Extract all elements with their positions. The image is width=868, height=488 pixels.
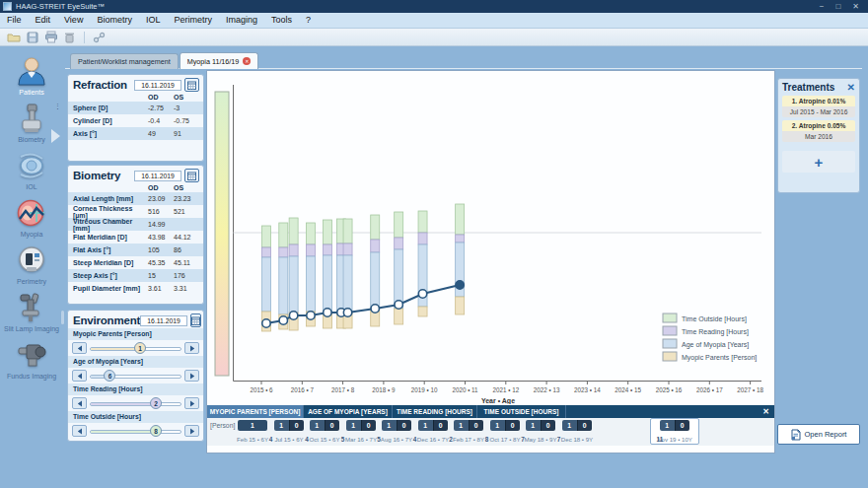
visit-date-label[interactable]: Oct 15 • 6Y [310,436,340,443]
visit-date-label[interactable]: Dec 18 • 9Y [561,436,593,443]
slider-increase-button[interactable] [184,397,199,409]
table-tab-age-of-myopia[interactable]: AGE OF MYOPIA [YEARS] [304,405,393,418]
biometry-date-field[interactable]: 16.11.2019 [134,171,181,181]
minimize-button[interactable]: − [820,0,825,13]
treatments-close-icon[interactable]: ✕ [847,82,855,93]
open-report-button[interactable]: Open Report [777,424,860,445]
sidebar-item-slit-lamp-imaging[interactable]: Slit Lamp Imaging [0,291,63,333]
visit-values-cell[interactable]: 10 [346,420,376,431]
visit-point[interactable] [418,290,426,298]
slider-decrease-button[interactable] [72,397,87,409]
menu-iol[interactable]: IOL [139,13,168,28]
tab-patient-worklist-management[interactable]: Patient/Worklist management [70,53,179,69]
menu-view[interactable]: View [57,13,90,28]
treatment-item[interactable]: 2. Atropine 0.05%Mar 2016 [782,120,855,142]
slider-decrease-button[interactable] [72,342,87,354]
table-tab-time-outside[interactable]: TIME OUTSIDE [HOURS] [477,405,566,418]
visit-date-label[interactable]: Jul 15 • 6Y [274,436,303,443]
os-value: 86 [174,246,199,253]
row-label: Axial Length [mm] [73,195,148,202]
tab-myopia-11-16-19[interactable]: Myopia 11/16/19✕ [180,52,259,69]
od-value: 1 [490,420,506,431]
slider-decrease-button[interactable] [72,425,87,437]
sidebar-item-patients[interactable]: Patients [0,54,63,97]
slider-track[interactable]: 1 [90,342,181,354]
table-tab-myopic-parents[interactable]: MYOPIC PARENTS [PERSON] [207,405,304,418]
slider-thumb[interactable]: 8 [150,425,162,437]
slider-thumb[interactable]: 2 [150,397,162,409]
visit-point[interactable] [343,309,351,316]
visit-date-label[interactable]: Dec 16 • 7Y [417,436,449,443]
open-button[interactable] [5,30,22,44]
visit-point[interactable] [307,312,315,319]
visit-values-cell[interactable]: 10 [454,420,483,431]
sidebar-resize-handle[interactable] [61,311,64,324]
menu-tools[interactable]: Tools [264,13,299,28]
slider-thumb[interactable]: 1 [134,342,146,354]
environment-date-field[interactable]: 16.11.2019 [140,315,187,326]
menu-help[interactable]: ? [299,13,318,28]
slider-thumb[interactable]: 6 [104,370,115,382]
menu-file[interactable]: File [0,13,29,28]
sidebar-item-iol[interactable]: IOL [0,149,63,191]
table-tab-time-reading[interactable]: TIME READING [HOURS] [393,405,477,418]
slider-increase-button[interactable] [184,342,199,354]
sidebar-collapse-arrow[interactable] [51,129,60,143]
od-value: 43.98 [148,234,174,241]
visit-point[interactable] [371,305,379,313]
add-treatment-button[interactable]: + [782,151,855,173]
visit-point[interactable] [289,312,297,319]
sidebar-item-perimetry[interactable]: Perimetry [0,244,63,286]
tab-close-icon[interactable]: ✕ [243,57,251,65]
refraction-date-field[interactable]: 16.11.2019 [134,80,181,91]
treatment-item[interactable]: 1. Atropine 0.01%Jul 2015 - Mar 2016 [782,96,855,117]
refraction-calendar-button[interactable] [184,78,199,92]
visit-gap-months: 4 [269,436,273,443]
sidebar-item-myopia[interactable]: Myopia [0,196,63,239]
visit-point[interactable] [279,316,287,324]
close-button[interactable]: ✕ [852,0,859,13]
biometry-calendar-button[interactable] [184,169,199,182]
visit-values-cell[interactable]: 10 [274,420,304,431]
visit-date-label[interactable]: May 18 • 9Y [525,436,557,443]
visit-values-cell[interactable]: 10 [310,420,339,431]
sidebar-item-fundus-imaging[interactable]: Fundus Imaging [0,338,63,381]
x-tick-label: 2015 • 6 [250,386,273,393]
delete-button[interactable] [61,30,78,44]
slider-track[interactable]: 2 [90,397,181,409]
visit-values-cell[interactable]: 10 [562,420,592,431]
visit-point[interactable] [262,319,270,327]
slider-increase-button[interactable] [184,370,199,382]
save-button[interactable] [24,30,40,44]
maximize-button[interactable]: □ [835,0,840,13]
visit-date-label[interactable]: Aug 16 • 7Y [381,436,412,443]
slider-increase-button[interactable] [184,425,199,437]
visit-values-cell[interactable]: 10 [660,420,689,431]
visit-point[interactable] [324,309,331,316]
os-value: -3 [174,105,199,111]
visit-date-label[interactable]: Feb 15 • 6Y [237,436,268,443]
table-close-icon[interactable]: ✕ [762,405,769,418]
visit-values-cell[interactable]: 10 [418,420,448,431]
slider-track[interactable]: 8 [90,425,181,437]
visit-date-label[interactable]: Mar 16 • 7Y [345,436,377,443]
visit-values-cell[interactable]: 1 [238,420,267,431]
visit-values-cell[interactable]: 10 [382,420,411,431]
visit-date-label[interactable]: Feb 17 • 8Y [453,436,484,443]
visit-values-cell[interactable]: 10 [490,420,520,431]
menu-biometry[interactable]: Biometry [90,13,139,28]
od-value: 105 [148,246,174,253]
visit-point[interactable] [395,301,402,309]
biometry-row-steep-meridian: Steep Meridian [D]45.3545.11 [68,256,203,269]
slider-decrease-button[interactable] [72,370,87,382]
visit-date-label[interactable]: Oct 17 • 8Y [490,436,521,443]
visit-point[interactable] [456,281,464,289]
link-button[interactable] [91,30,108,44]
menu-imaging[interactable]: Imaging [219,13,264,28]
slider-track[interactable]: 6 [90,370,181,382]
menu-perimetry[interactable]: Perimetry [167,13,219,28]
visit-values-cell[interactable]: 10 [526,420,555,431]
environment-calendar-button[interactable] [190,314,201,327]
menu-edit[interactable]: Edit [29,13,58,28]
print-button[interactable] [42,30,59,44]
